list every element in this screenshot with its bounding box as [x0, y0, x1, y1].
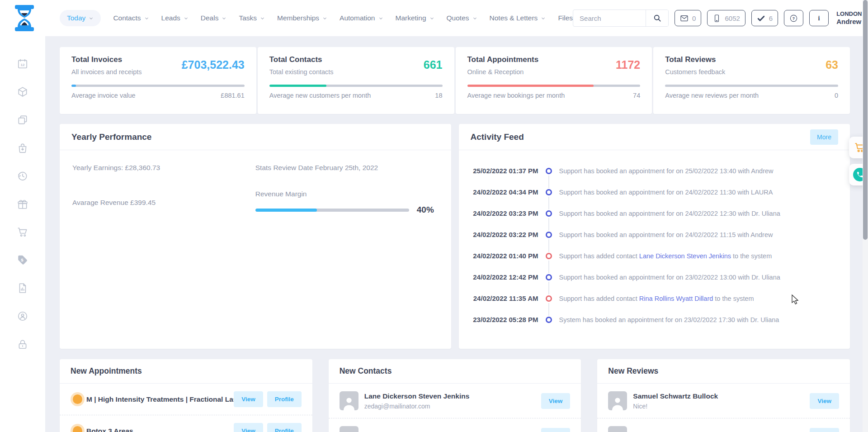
nav-item-label: Deals: [201, 14, 219, 22]
nav-item-label: Quotes: [447, 14, 469, 22]
row-title: Lane Dickerson Steven Jenkins: [364, 392, 470, 400]
view-button[interactable]: View: [541, 393, 571, 409]
feed-text: Support has added contact Rina Rollins W…: [559, 295, 754, 302]
view-button[interactable]: View: [234, 423, 263, 432]
chevron-down-icon: [144, 16, 149, 21]
chevron-down-icon: [260, 16, 265, 21]
nav-item-label: Notes & Letters: [490, 14, 538, 22]
contact-link[interactable]: Rina Rollins Wyatt Dillard: [639, 295, 713, 302]
question-button[interactable]: ?: [784, 10, 803, 26]
sidebar-cart-icon[interactable]: [17, 226, 28, 238]
scrollbar-thumb[interactable]: [863, 0, 868, 240]
review-row: Samuel Schwartz BullockNice!View: [597, 384, 850, 418]
mobile-icon: [712, 14, 721, 23]
search-input[interactable]: [573, 14, 646, 22]
appointment-row: M | High Intensity Treatments | Fraction…: [60, 384, 312, 415]
nav-item-memberships[interactable]: Memberships: [277, 14, 327, 22]
nav-item-leads[interactable]: Leads: [161, 14, 189, 22]
mobile-count-badge: 6052: [725, 14, 740, 22]
app-logo-icon[interactable]: [14, 5, 35, 31]
panel-title: New Reviews: [597, 359, 850, 384]
timeline-dot-icon: [546, 210, 552, 217]
more-button[interactable]: More: [810, 129, 838, 145]
row-title: M | High Intensity Treatments | Fraction…: [86, 395, 228, 404]
feed-text: Support has booked an appointment for on…: [559, 231, 773, 238]
feed-marker: [538, 168, 559, 174]
row-subtitle: Nice!: [633, 403, 718, 410]
check-button[interactable]: 6: [751, 10, 778, 26]
row-subtitle: zedagi@mailinator.com: [364, 403, 470, 410]
panel-new-appointments: New AppointmentsM | High Intensity Treat…: [60, 359, 312, 432]
nav-item-label: Files: [558, 14, 573, 22]
revenue-margin-label: Revenue Margin: [255, 190, 439, 198]
panel-title: New Contacts: [329, 359, 581, 384]
view-button[interactable]: View: [234, 391, 263, 407]
timeline-dot-icon: [546, 317, 552, 323]
view-button[interactable]: View: [810, 393, 839, 409]
activity-feed-panel: Activity Feed More 25/02/2022 01:37 PMSu…: [459, 124, 850, 349]
view-button[interactable]: View: [810, 428, 839, 432]
nav-item-notes-letters[interactable]: Notes & Letters: [490, 14, 546, 22]
search-button[interactable]: [646, 10, 668, 26]
sidebar-tag-icon[interactable]: $: [17, 254, 28, 266]
sidebar-package-icon[interactable]: [17, 86, 28, 98]
nav-item-label: Leads: [161, 14, 180, 22]
nav-item-contacts[interactable]: Contacts: [113, 14, 149, 22]
stats-review-date: Stats Review Date February 25th, 2022: [255, 164, 439, 172]
panel-new-reviews: New ReviewsSamuel Schwartz BullockNice!V…: [597, 359, 850, 432]
profile-button[interactable]: Profile: [267, 391, 302, 407]
panel-title: Yearly Performance: [71, 132, 151, 142]
stat-value: 63: [826, 58, 838, 76]
mobile-button[interactable]: 6052: [707, 10, 745, 26]
nav-item-tasks[interactable]: Tasks: [239, 14, 265, 22]
mail-button[interactable]: 0: [675, 10, 701, 26]
feed-text: Support has booked an appointment for on…: [559, 167, 774, 175]
profile-button[interactable]: Profile: [267, 423, 302, 432]
nav-item-label: Memberships: [277, 14, 319, 22]
timeline-dot-icon: [546, 189, 552, 195]
feed-item: 25/02/2022 01:37 PMSupport has booked an…: [465, 160, 840, 181]
sidebar-history-icon[interactable]: [17, 170, 28, 182]
top-bar: TodayContactsLeadsDealsTasksMembershipsA…: [0, 0, 863, 36]
stat-footer-value: 0: [835, 92, 838, 99]
stat-value: 1172: [616, 58, 640, 76]
sidebar-account-icon[interactable]: [17, 310, 28, 322]
nav-item-quotes[interactable]: Quotes: [447, 14, 477, 22]
feed-marker: [538, 210, 559, 217]
feed-text: Support has added contact Lane Dickerson…: [559, 252, 772, 260]
view-button[interactable]: View: [541, 428, 571, 432]
nav-item-files[interactable]: Files: [558, 14, 573, 22]
sidebar-report-icon[interactable]: [17, 282, 28, 294]
feed-timestamp: 24/02/2022 03:23 PM: [465, 209, 538, 217]
sidebar-duplicate-icon[interactable]: [17, 114, 28, 126]
search-icon: [653, 14, 662, 23]
nav-item-today[interactable]: Today: [60, 10, 101, 26]
feed-timestamp: 23/02/2022 05:28 PM: [465, 316, 538, 323]
page-scrollbar: [863, 0, 868, 432]
timeline-dot-icon: [546, 295, 552, 302]
stat-progress-bar: [269, 85, 443, 87]
nav-item-marketing[interactable]: Marketing: [396, 14, 434, 22]
stat-subtitle: Online & Reception: [467, 68, 539, 76]
sidebar-gift-icon[interactable]: [17, 198, 28, 210]
appointment-row: Botox 3 AreasViewProfile: [60, 415, 312, 432]
main-content: Total Invoices All invoices and receipts…: [45, 36, 863, 432]
svg-text:?: ?: [793, 16, 795, 20]
stat-card-contacts: Total Contacts Total existing contacts 6…: [258, 47, 454, 114]
avatar: [608, 391, 627, 410]
info-button[interactable]: i: [809, 10, 829, 26]
sidebar-calendar-icon[interactable]: 12: [17, 58, 28, 70]
sidebar-bag-icon[interactable]: [17, 142, 28, 154]
feed-timestamp: 24/02/2022 03:22 PM: [465, 231, 538, 238]
mail-icon: [680, 14, 689, 23]
stat-card-appointments: Total Appointments Online & Reception 11…: [456, 47, 652, 114]
feed-timestamp: 25/02/2022 01:37 PM: [465, 167, 538, 175]
sidebar-lock-icon[interactable]: [17, 338, 28, 350]
stat-footer-value: £881.61: [221, 92, 244, 99]
contact-link[interactable]: Lane Dickerson Steven Jenkins: [639, 252, 731, 260]
nav-item-label: Automation: [340, 14, 375, 22]
nav-item-automation[interactable]: Automation: [340, 14, 383, 22]
chevron-down-icon: [541, 16, 546, 21]
stat-footer-label: Average invoice value: [71, 92, 136, 99]
nav-item-deals[interactable]: Deals: [201, 14, 227, 22]
